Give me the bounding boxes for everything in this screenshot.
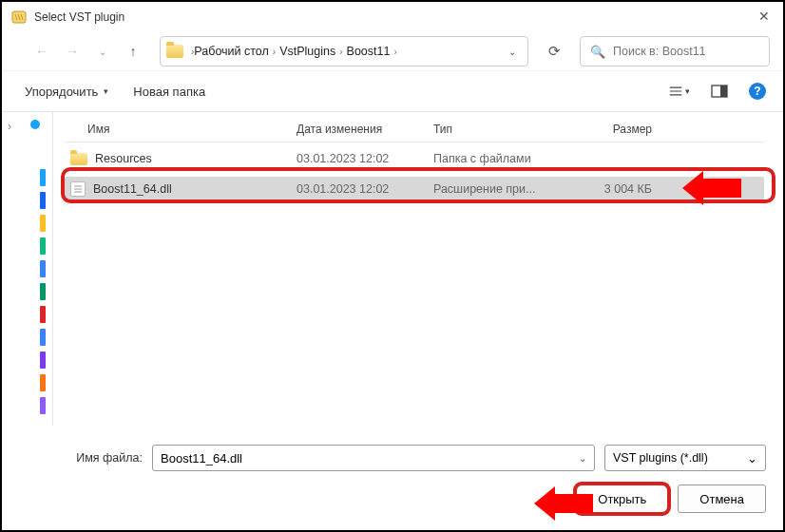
- sidebar-item-sliver[interactable]: [40, 397, 46, 414]
- file-name: Resources: [95, 152, 152, 165]
- sidebar-item-dot[interactable]: [30, 120, 40, 129]
- search-icon: 🔍: [590, 45, 605, 59]
- sidebar-item-sliver[interactable]: [40, 352, 46, 369]
- filter-dropdown-icon[interactable]: ⌄: [747, 451, 757, 466]
- search-field[interactable]: [613, 45, 759, 58]
- file-size: 3 004 КБ: [566, 182, 671, 196]
- file-date: 03.01.2023 12:02: [297, 152, 433, 165]
- file-type: Расширение при...: [433, 182, 566, 196]
- refresh-button[interactable]: ⟳: [538, 36, 570, 66]
- folder-icon: [166, 45, 183, 58]
- annotation-arrow-row: [703, 179, 741, 198]
- sidebar-item-sliver[interactable]: [40, 374, 46, 391]
- recent-dropdown[interactable]: ⌄: [89, 38, 116, 65]
- sidebar[interactable]: ›: [2, 112, 53, 426]
- column-headers[interactable]: Имя Дата изменения Тип Размер: [65, 116, 764, 142]
- file-name: Boost11_64.dll: [93, 182, 172, 196]
- forward-button[interactable]: →: [59, 38, 86, 65]
- file-list: Имя Дата изменения Тип Размер Resources0…: [53, 112, 783, 426]
- sidebar-item-sliver[interactable]: [40, 238, 46, 255]
- crumb[interactable]: Boost11: [347, 45, 391, 58]
- filter-label: VST plugins (*.dll): [613, 451, 708, 465]
- caret-down-icon: ▾: [104, 86, 108, 96]
- sidebar-item-sliver[interactable]: [40, 169, 46, 186]
- file-row[interactable]: Boost11_64.dll03.01.2023 12:02Расширение…: [65, 177, 764, 201]
- help-button[interactable]: ?: [749, 83, 766, 100]
- crumb[interactable]: Рабочий стол: [194, 45, 268, 58]
- main-area: › Имя Дата изменения Тип Размер Resource…: [2, 112, 783, 426]
- titlebar: Select VST plugin ✕: [2, 2, 783, 32]
- filetype-filter[interactable]: VST plugins (*.dll) ⌄: [604, 445, 766, 471]
- window-title: Select VST plugin: [34, 10, 124, 24]
- preview-pane-button[interactable]: [709, 81, 730, 102]
- col-size[interactable]: Размер: [566, 123, 671, 136]
- annotation-arrow-open: [555, 494, 593, 513]
- filename-dropdown-icon[interactable]: ⌄: [579, 453, 586, 464]
- sidebar-item-sliver[interactable]: [40, 192, 46, 209]
- crumb[interactable]: VstPlugins: [279, 45, 335, 58]
- close-icon[interactable]: ✕: [758, 9, 770, 24]
- chevron-right-icon: ›: [273, 47, 276, 57]
- file-type: Папка с файлами: [433, 152, 566, 165]
- sidebar-item-sliver[interactable]: [40, 329, 46, 346]
- filename-value: Boost11_64.dll: [161, 451, 242, 466]
- folder-icon: [70, 153, 87, 165]
- sidebar-item-sliver[interactable]: [40, 283, 46, 300]
- toolbar: Упорядочить ▾ Новая папка ▾ ?: [2, 70, 783, 112]
- col-name[interactable]: Имя: [65, 123, 297, 136]
- path-dropdown[interactable]: ⌄: [503, 47, 522, 57]
- view-menu-button[interactable]: ▾: [669, 81, 690, 102]
- svg-rect-2: [720, 86, 727, 97]
- new-folder-button[interactable]: Новая папка: [133, 85, 205, 99]
- cancel-button[interactable]: Отмена: [678, 484, 766, 513]
- footer: Имя файла: Boost11_64.dll ⌄ VST plugins …: [2, 437, 783, 530]
- col-type[interactable]: Тип: [433, 123, 566, 136]
- search-input[interactable]: 🔍: [580, 36, 770, 66]
- organize-label: Упорядочить: [25, 85, 98, 99]
- filename-label: Имя файла:: [19, 451, 143, 465]
- col-date[interactable]: Дата изменения: [297, 123, 433, 136]
- sidebar-item-sliver[interactable]: [40, 306, 46, 323]
- caret-down-icon: ▾: [685, 86, 690, 96]
- sidebar-item-sliver[interactable]: [40, 215, 46, 232]
- chevron-right-icon: ›: [339, 47, 342, 57]
- file-icon: [70, 181, 86, 197]
- file-row[interactable]: Resources03.01.2023 12:02Папка с файлами: [65, 146, 764, 171]
- address-bar[interactable]: › Рабочий стол›VstPlugins›Boost11› ⌄: [160, 36, 528, 66]
- sidebar-item-sliver[interactable]: [40, 260, 46, 277]
- app-icon: [11, 10, 27, 25]
- navigation-row: ← → ⌄ ↑ › Рабочий стол›VstPlugins›Boost1…: [2, 32, 783, 70]
- organize-button[interactable]: Упорядочить ▾: [19, 81, 114, 103]
- expand-sidebar-icon[interactable]: ›: [8, 120, 11, 133]
- chevron-right-icon: ›: [393, 47, 396, 57]
- filename-input[interactable]: Boost11_64.dll ⌄: [152, 445, 595, 471]
- up-button[interactable]: ↑: [120, 38, 146, 65]
- file-date: 03.01.2023 12:02: [297, 182, 433, 196]
- back-button[interactable]: ←: [29, 38, 55, 65]
